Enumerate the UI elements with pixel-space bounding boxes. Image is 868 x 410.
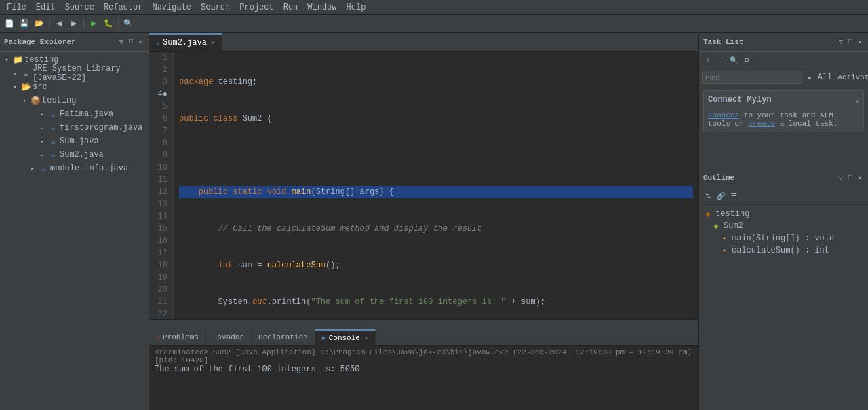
- close-outline-button[interactable]: ✕: [856, 173, 864, 183]
- expand-icon: ▸: [11, 69, 19, 77]
- toolbar: 📄 💾 📂 ◀ ▶ ▶ 🐛 🔍: [0, 15, 868, 33]
- editor-tabs: ☕ Sum2.java ✕: [149, 33, 698, 52]
- expand-icon: [30, 137, 38, 145]
- ln-3: 3: [152, 76, 167, 88]
- search-toolbar-button[interactable]: 🔍: [121, 17, 135, 31]
- create-link[interactable]: create: [748, 119, 775, 128]
- minimize-task-button[interactable]: ▽: [837, 37, 845, 47]
- tab-label: Sum2.java: [163, 38, 207, 48]
- debug-button[interactable]: 🐛: [102, 17, 115, 31]
- close-console-button[interactable]: ✕: [364, 334, 368, 342]
- menu-run[interactable]: Run: [279, 1, 302, 14]
- save-button[interactable]: 💾: [18, 17, 31, 31]
- tab-sum2-java[interactable]: ☕ Sum2.java ✕: [149, 33, 222, 51]
- close-panel-button[interactable]: ✕: [136, 37, 144, 47]
- prev-button[interactable]: ◀: [52, 17, 66, 31]
- outline-item-sum2[interactable]: ◈ Sum2: [702, 220, 865, 232]
- tab-console[interactable]: ▶ Console ✕: [315, 329, 376, 346]
- outline-item-main[interactable]: ▪ main(String[]) : void: [702, 232, 865, 244]
- outline-tree: ◈ testing ◈ Sum2 ▪ main(String[]) : void…: [699, 205, 868, 410]
- code-line-4: public static void main(String[] args) {: [179, 186, 693, 198]
- editor-area: ☕ Sum2.java ✕ 1 2 3 4● 5 6 7 8 9 10: [149, 33, 698, 410]
- ln-17: 17: [152, 247, 167, 259]
- menu-window[interactable]: Window: [303, 1, 340, 14]
- ln-7: 7: [152, 125, 167, 137]
- ln-1: 1: [152, 52, 167, 64]
- all-filter[interactable]: ▸: [805, 73, 815, 82]
- maximize-panel-button[interactable]: □: [127, 37, 135, 46]
- maximize-task-button[interactable]: □: [846, 37, 854, 46]
- menu-refactor[interactable]: Refactor: [100, 1, 147, 14]
- menu-search[interactable]: Search: [197, 1, 234, 14]
- tab-declaration[interactable]: Declaration: [252, 329, 315, 346]
- close-task-button[interactable]: ✕: [856, 37, 864, 47]
- outline-btn-3[interactable]: ☰: [728, 190, 740, 202]
- expand-icon: ▾: [20, 96, 28, 105]
- tree-item-firstprogram[interactable]: ▸ ☕ firstprogram.java: [0, 121, 149, 134]
- scroll-track[interactable]: [151, 322, 697, 327]
- code-content[interactable]: package testing; public class Sum2 { pub…: [174, 52, 698, 319]
- tree-label: Fatima.java: [60, 109, 113, 119]
- find-input[interactable]: [702, 71, 802, 84]
- outline-item-calculate[interactable]: ▪ calculateSum() : int: [702, 244, 865, 257]
- menu-help[interactable]: Help: [342, 1, 370, 14]
- outline-controls: ▽ □ ✕: [837, 173, 864, 183]
- tree-item-testing-pkg[interactable]: ▾ 📦 testing: [0, 94, 149, 107]
- right-panels: Task List ▽ □ ✕ + ☰ 🔍 ⚙ ▸ All Activate..…: [698, 33, 868, 410]
- task-panel-header: Task List ▽ □ ✕: [699, 33, 868, 52]
- task-btn-1[interactable]: ☰: [715, 54, 727, 67]
- ln-20: 20: [152, 284, 167, 296]
- expand-icon-2: ▸: [38, 151, 46, 159]
- task-btn-2[interactable]: 🔍: [728, 54, 740, 67]
- tree-label: testing: [24, 55, 58, 64]
- tree-item-sum2[interactable]: ▸ ☕ Sum2.java: [0, 148, 149, 162]
- package-explorer-panel: Package Explorer ▽ □ ✕ ▾ 📁 testing ▸ ☕ J…: [0, 33, 149, 410]
- minimize-outline-button[interactable]: ▽: [837, 173, 845, 183]
- tab-problems[interactable]: ⚠ Problems: [149, 329, 206, 346]
- expand-icon-2: ▸: [28, 164, 37, 172]
- jre-icon: ☕: [20, 68, 31, 79]
- outline-btn-2[interactable]: 🔗: [715, 190, 727, 202]
- new-button[interactable]: 📄: [3, 17, 16, 31]
- connect-link[interactable]: Connect: [708, 111, 739, 119]
- menu-source[interactable]: Source: [61, 1, 98, 14]
- tree-item-module-info[interactable]: ▸ ☕ module-info.java: [0, 162, 149, 175]
- bottom-tabs: ⚠ Problems Javadoc Declaration ▶ Console…: [149, 329, 698, 346]
- menu-bar: File Edit Source Refactor Navigate Searc…: [0, 0, 868, 15]
- open-button[interactable]: 📂: [33, 17, 46, 31]
- maximize-outline-button[interactable]: □: [846, 173, 854, 182]
- task-btn-3[interactable]: ⚙: [741, 54, 753, 67]
- next-button[interactable]: ▶: [67, 17, 81, 31]
- console-content: <terminated> Sum2 [Java Application] C:\…: [149, 346, 698, 410]
- outline-item-testing[interactable]: ◈ testing: [702, 208, 865, 220]
- package-icon: 📦: [30, 95, 41, 106]
- code-line-7: System.out.println("The sum of the first…: [179, 296, 693, 308]
- minimize-panel-button[interactable]: ▽: [117, 37, 125, 47]
- tree-item-fatima[interactable]: ▸ ☕ Fatima.java: [0, 107, 149, 121]
- ln-11: 11: [152, 174, 167, 186]
- menu-navigate[interactable]: Navigate: [148, 1, 195, 14]
- code-line-3: [179, 149, 693, 162]
- close-mylyn-button[interactable]: ✕: [855, 98, 859, 106]
- ln-12: 12: [152, 186, 167, 198]
- menu-project[interactable]: Project: [235, 1, 277, 14]
- new-task-button[interactable]: +: [702, 54, 714, 67]
- java-icon: ☕: [47, 136, 58, 147]
- tree-item-sum[interactable]: ▸ ☕ Sum.java: [0, 134, 149, 148]
- ln-6: 6: [152, 113, 167, 125]
- ln-2: 2: [152, 64, 167, 76]
- menu-file[interactable]: File: [3, 1, 31, 14]
- project-icon: 📁: [12, 54, 23, 65]
- code-editor[interactable]: 1 2 3 4● 5 6 7 8 9 10 11 12 13 14 15 16: [149, 52, 698, 319]
- activate-label[interactable]: Activate...: [835, 73, 868, 81]
- tab-javadoc[interactable]: Javadoc: [206, 329, 252, 346]
- run-button[interactable]: ▶: [87, 17, 100, 31]
- menu-edit[interactable]: Edit: [32, 1, 60, 14]
- tree-label: src: [33, 82, 47, 92]
- tree-item-jre[interactable]: ▸ ☕ JRE System Library [JavaSE-22]: [0, 67, 149, 80]
- horizontal-scrollbar[interactable]: [149, 319, 698, 329]
- outline-btn-1[interactable]: ⇅: [702, 190, 714, 202]
- close-tab-button[interactable]: ✕: [211, 39, 215, 47]
- ln-22: 22: [152, 308, 167, 319]
- ln-4: 4●: [152, 88, 167, 100]
